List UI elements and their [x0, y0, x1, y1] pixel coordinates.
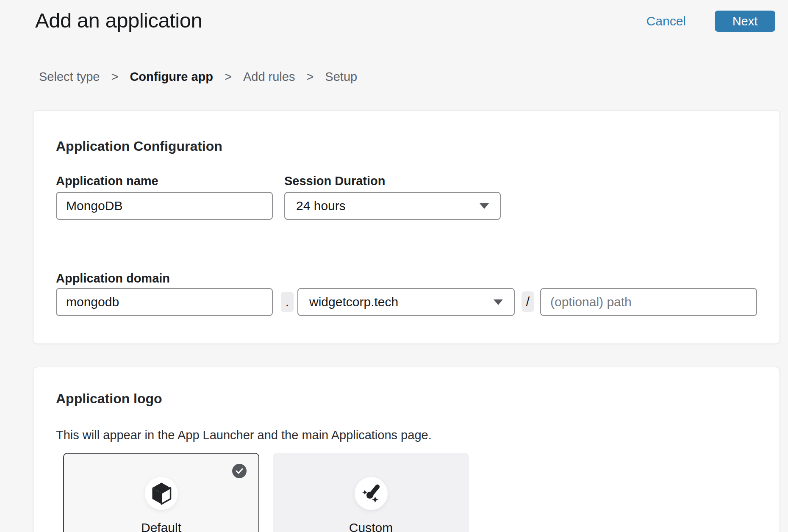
page-title: Add an application — [35, 8, 202, 32]
application-logo-card: Application logo This will appear in the… — [33, 367, 780, 532]
logo-option-label: Custom — [274, 521, 468, 532]
next-button[interactable]: Next — [715, 11, 775, 32]
subdomain-input[interactable] — [56, 288, 273, 316]
step-configure-app[interactable]: Configure app — [130, 70, 213, 84]
breadcrumb: Select type > Configure app > Add rules … — [39, 70, 357, 84]
breadcrumb-separator: > — [225, 70, 232, 84]
session-duration-select[interactable]: 24 hours — [284, 192, 501, 220]
step-select-type[interactable]: Select type — [39, 70, 100, 84]
session-duration-label: Session Duration — [284, 174, 386, 188]
application-name-input[interactable] — [56, 192, 273, 220]
custom-logo-circle — [355, 477, 388, 510]
breadcrumb-separator: > — [111, 70, 118, 84]
configuration-heading: Application Configuration — [56, 139, 222, 154]
application-domain-label: Application domain — [56, 272, 170, 285]
logo-description: This will appear in the App Launcher and… — [56, 428, 432, 442]
domain-value: widgetcorp.tech — [309, 295, 398, 309]
step-setup[interactable]: Setup — [325, 70, 357, 84]
domain-select[interactable]: widgetcorp.tech — [297, 288, 515, 316]
selected-check-badge — [232, 464, 247, 478]
application-name-label: Application name — [56, 174, 158, 188]
session-duration-value: 24 hours — [296, 199, 346, 213]
logo-option-default[interactable]: Default — [63, 453, 259, 532]
step-add-rules[interactable]: Add rules — [243, 70, 295, 84]
application-configuration-card: Application Configuration Application na… — [33, 110, 780, 344]
paintbrush-icon — [360, 482, 383, 505]
dot-separator: . — [281, 292, 294, 312]
breadcrumb-separator: > — [306, 70, 314, 84]
path-input[interactable] — [540, 288, 757, 316]
logo-option-custom[interactable]: Custom — [273, 453, 469, 532]
checkmark-icon — [236, 468, 243, 474]
default-logo-circle — [145, 477, 178, 510]
chevron-down-icon — [480, 203, 489, 209]
header-actions: Cancel Next — [646, 11, 775, 32]
logo-heading: Application logo — [56, 391, 162, 407]
cancel-button[interactable]: Cancel — [646, 14, 686, 28]
chevron-down-icon — [494, 299, 503, 305]
logo-option-label: Default — [64, 521, 258, 532]
cube-icon — [150, 482, 172, 505]
slash-separator: / — [522, 291, 534, 312]
